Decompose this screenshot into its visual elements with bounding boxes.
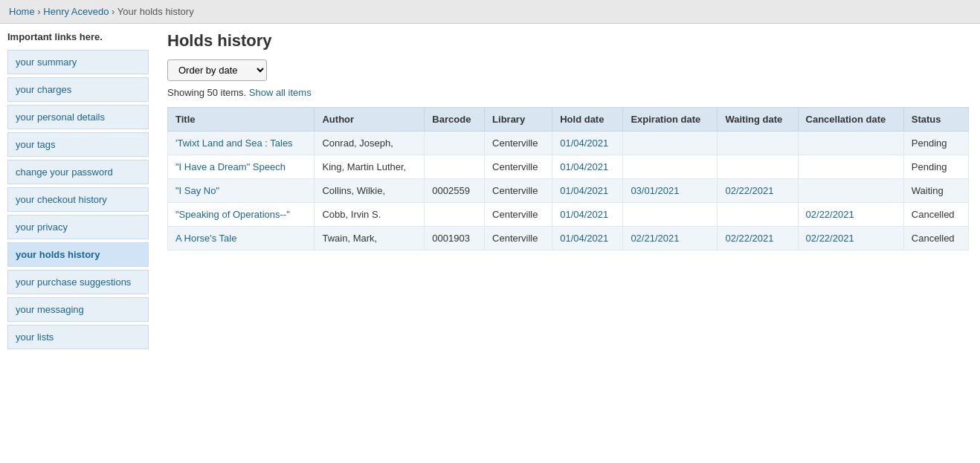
- cell-author: Conrad, Joseph,: [315, 132, 425, 155]
- sidebar-item-charges[interactable]: your charges: [7, 77, 149, 102]
- table-header: TitleAuthorBarcodeLibraryHold dateExpira…: [168, 108, 969, 132]
- cell-status: Pending: [903, 132, 968, 155]
- breadcrumb-current: Your holds history: [117, 6, 194, 17]
- cell-waiting-date: 02/22/2021: [718, 227, 798, 250]
- cell-library: Centerville: [485, 227, 552, 250]
- col-header-title: Title: [168, 108, 315, 132]
- cell-status: Pending: [903, 155, 968, 179]
- holds-table: TitleAuthorBarcodeLibraryHold dateExpira…: [167, 107, 969, 250]
- col-header-library: Library: [485, 108, 552, 132]
- table-row: "I Say No"Collins, Wilkie,0002559Centerv…: [168, 179, 969, 203]
- cell-waiting-date: [718, 155, 798, 179]
- cell-author: Cobb, Irvin S.: [315, 203, 425, 227]
- cell-waiting-date: [718, 132, 798, 155]
- cell-cancellation-date: 02/22/2021: [798, 227, 903, 250]
- cell-title: 'Twixt Land and Sea : Tales: [168, 132, 315, 155]
- cell-library: Centerville: [485, 155, 552, 179]
- cell-author: King, Martin Luther,: [315, 155, 425, 179]
- cell-title: "Speaking of Operations--": [168, 203, 315, 227]
- table-row: 'Twixt Land and Sea : TalesConrad, Josep…: [168, 132, 969, 155]
- cell-barcode: [425, 203, 485, 227]
- title-link[interactable]: "Speaking of Operations--": [175, 209, 290, 220]
- order-select[interactable]: Order by dateOrder by titleOrder by auth…: [167, 59, 267, 81]
- cell-hold-date: 01/04/2021: [552, 132, 623, 155]
- sidebar-item-tags[interactable]: your tags: [7, 132, 149, 157]
- col-header-hold-date: Hold date: [552, 108, 623, 132]
- sidebar-item-holds-history[interactable]: your holds history: [7, 242, 149, 267]
- cell-expiration-date: [623, 203, 718, 227]
- cell-barcode: [425, 155, 485, 179]
- cell-library: Centerville: [485, 179, 552, 203]
- title-link[interactable]: "I Have a Dream" Speech: [175, 161, 286, 172]
- col-header-waiting-date: Waiting date: [718, 108, 798, 132]
- title-link[interactable]: A Horse's Tale: [175, 233, 236, 244]
- sidebar-item-purchase-suggestions[interactable]: your purchase suggestions: [7, 270, 149, 294]
- sidebar: Important links here. your summaryyour c…: [0, 31, 156, 352]
- cell-barcode: 0001903: [425, 227, 485, 250]
- title-link[interactable]: 'Twixt Land and Sea : Tales: [175, 137, 293, 149]
- cell-expiration-date: 03/01/2021: [623, 179, 718, 203]
- col-header-barcode: Barcode: [425, 108, 485, 132]
- sidebar-nav: your summaryyour chargesyour personal de…: [7, 50, 149, 349]
- table-row: "I Have a Dream" SpeechKing, Martin Luth…: [168, 155, 969, 179]
- sidebar-item-messaging[interactable]: your messaging: [7, 297, 149, 322]
- table-row: A Horse's TaleTwain, Mark,0001903Centerv…: [168, 227, 969, 250]
- cell-cancellation-date: [798, 179, 903, 203]
- order-bar: Order by dateOrder by titleOrder by auth…: [167, 59, 969, 81]
- col-header-cancellation-date: Cancellation date: [798, 108, 903, 132]
- cell-expiration-date: [623, 155, 718, 179]
- cell-barcode: [425, 132, 485, 155]
- col-header-expiration-date: Expiration date: [623, 108, 718, 132]
- cell-library: Centerville: [485, 203, 552, 227]
- cell-waiting-date: [718, 203, 798, 227]
- cell-status: Cancelled: [903, 227, 968, 250]
- breadcrumb-home[interactable]: Home: [9, 6, 35, 17]
- cell-hold-date: 01/04/2021: [552, 227, 623, 250]
- showing-text: Showing 50 items. Show all items: [167, 87, 969, 98]
- sidebar-item-privacy[interactable]: your privacy: [7, 215, 149, 239]
- breadcrumb: Home › Henry Acevedo › Your holds histor…: [0, 0, 980, 24]
- sidebar-item-summary[interactable]: your summary: [7, 50, 149, 74]
- cell-author: Twain, Mark,: [315, 227, 425, 250]
- main-content: Holds history Order by dateOrder by titl…: [156, 31, 980, 352]
- sidebar-item-personal-details[interactable]: your personal details: [7, 105, 149, 129]
- cell-barcode: 0002559: [425, 179, 485, 203]
- cell-waiting-date: 02/22/2021: [718, 179, 798, 203]
- page-title: Holds history: [167, 31, 969, 51]
- cell-hold-date: 01/04/2021: [552, 203, 623, 227]
- cell-expiration-date: [623, 132, 718, 155]
- cell-title: "I Say No": [168, 179, 315, 203]
- cell-cancellation-date: [798, 155, 903, 179]
- show-all-link[interactable]: Show all items: [249, 87, 312, 98]
- sidebar-item-change-password[interactable]: change your password: [7, 160, 149, 184]
- cell-hold-date: 01/04/2021: [552, 155, 623, 179]
- cell-hold-date: 01/04/2021: [552, 179, 623, 203]
- cell-cancellation-date: [798, 132, 903, 155]
- title-link[interactable]: "I Say No": [175, 185, 219, 196]
- sidebar-item-checkout-history[interactable]: your checkout history: [7, 187, 149, 212]
- table-row: "Speaking of Operations--"Cobb, Irvin S.…: [168, 203, 969, 227]
- cell-status: Cancelled: [903, 203, 968, 227]
- breadcrumb-user[interactable]: Henry Acevedo: [43, 6, 109, 17]
- cell-title: "I Have a Dream" Speech: [168, 155, 315, 179]
- col-header-author: Author: [315, 108, 425, 132]
- cell-library: Centerville: [485, 132, 552, 155]
- sidebar-item-lists[interactable]: your lists: [7, 325, 149, 349]
- sidebar-heading: Important links here.: [7, 31, 149, 42]
- table-body: 'Twixt Land and Sea : TalesConrad, Josep…: [168, 132, 969, 250]
- cell-cancellation-date: 02/22/2021: [798, 203, 903, 227]
- cell-title: A Horse's Tale: [168, 227, 315, 250]
- col-header-status: Status: [903, 108, 968, 132]
- cell-status: Waiting: [903, 179, 968, 203]
- cell-author: Collins, Wilkie,: [315, 179, 425, 203]
- cell-expiration-date: 02/21/2021: [623, 227, 718, 250]
